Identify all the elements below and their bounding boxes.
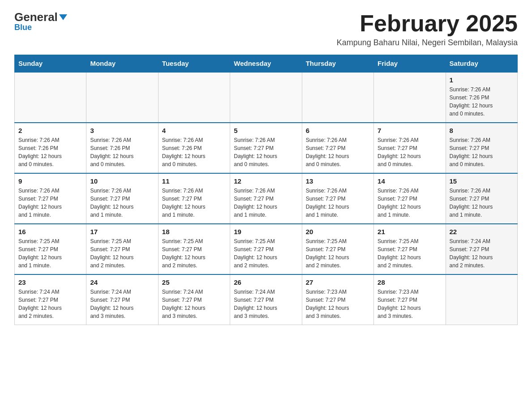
logo-blue: Blue: [14, 23, 32, 32]
day-info: Sunrise: 7:26 AMSunset: 7:27 PMDaylight:…: [90, 187, 154, 219]
day-number: 17: [90, 228, 154, 235]
day-number: 27: [306, 278, 370, 286]
weekday-header-wednesday: Wednesday: [230, 55, 302, 73]
day-number: 15: [450, 177, 514, 185]
calendar-cell: 20Sunrise: 7:25 AMSunset: 7:27 PMDayligh…: [302, 224, 373, 274]
day-info: Sunrise: 7:25 AMSunset: 7:27 PMDaylight:…: [306, 237, 370, 270]
calendar-week-row: 2Sunrise: 7:26 AMSunset: 7:26 PMDaylight…: [15, 123, 518, 173]
day-info: Sunrise: 7:25 AMSunset: 7:27 PMDaylight:…: [162, 237, 226, 270]
logo: General Blue: [14, 11, 67, 32]
calendar-cell: [230, 72, 302, 123]
calendar-cell: 27Sunrise: 7:23 AMSunset: 7:27 PMDayligh…: [302, 274, 373, 325]
day-number: 16: [18, 228, 82, 235]
day-number: 19: [234, 228, 298, 235]
day-number: 12: [234, 177, 298, 185]
calendar-cell: 9Sunrise: 7:26 AMSunset: 7:27 PMDaylight…: [15, 173, 86, 224]
calendar-cell: 6Sunrise: 7:26 AMSunset: 7:27 PMDaylight…: [302, 123, 373, 173]
day-info: Sunrise: 7:26 AMSunset: 7:27 PMDaylight:…: [378, 136, 442, 168]
calendar-cell: 12Sunrise: 7:26 AMSunset: 7:27 PMDayligh…: [230, 173, 302, 224]
day-info: Sunrise: 7:26 AMSunset: 7:27 PMDaylight:…: [306, 187, 370, 219]
calendar-table: SundayMondayTuesdayWednesdayThursdayFrid…: [14, 55, 518, 325]
weekday-header-tuesday: Tuesday: [158, 55, 230, 73]
day-number: 13: [306, 177, 370, 185]
location-subtitle: Kampung Baharu Nilai, Negeri Sembilan, M…: [337, 38, 518, 47]
calendar-cell: 22Sunrise: 7:24 AMSunset: 7:27 PMDayligh…: [446, 224, 517, 274]
day-number: 5: [234, 127, 298, 134]
calendar-cell: 24Sunrise: 7:24 AMSunset: 7:27 PMDayligh…: [86, 274, 158, 325]
day-number: 3: [90, 127, 154, 134]
calendar-cell: 23Sunrise: 7:24 AMSunset: 7:27 PMDayligh…: [15, 274, 86, 325]
weekday-header-friday: Friday: [374, 55, 446, 73]
weekday-header-saturday: Saturday: [446, 55, 517, 73]
day-info: Sunrise: 7:24 AMSunset: 7:27 PMDaylight:…: [18, 288, 82, 320]
day-info: Sunrise: 7:26 AMSunset: 7:27 PMDaylight:…: [450, 136, 514, 168]
day-number: 6: [306, 127, 370, 134]
day-number: 1: [450, 76, 514, 84]
logo-general: General: [14, 11, 67, 24]
day-number: 10: [90, 177, 154, 185]
day-number: 20: [306, 228, 370, 235]
calendar-cell: 18Sunrise: 7:25 AMSunset: 7:27 PMDayligh…: [158, 224, 230, 274]
day-info: Sunrise: 7:26 AMSunset: 7:26 PMDaylight:…: [18, 136, 82, 168]
calendar-cell: [302, 72, 373, 123]
calendar-cell: [86, 72, 158, 123]
calendar-cell: 11Sunrise: 7:26 AMSunset: 7:27 PMDayligh…: [158, 173, 230, 224]
calendar-cell: 25Sunrise: 7:24 AMSunset: 7:27 PMDayligh…: [158, 274, 230, 325]
calendar-cell: 15Sunrise: 7:26 AMSunset: 7:27 PMDayligh…: [446, 173, 517, 224]
day-info: Sunrise: 7:26 AMSunset: 7:27 PMDaylight:…: [450, 187, 514, 219]
day-info: Sunrise: 7:26 AMSunset: 7:27 PMDaylight:…: [162, 187, 226, 219]
day-number: 28: [378, 278, 442, 286]
calendar-cell: 21Sunrise: 7:25 AMSunset: 7:27 PMDayligh…: [374, 224, 446, 274]
weekday-header-sunday: Sunday: [15, 55, 86, 73]
day-info: Sunrise: 7:24 AMSunset: 7:27 PMDaylight:…: [234, 288, 298, 320]
calendar-week-row: 9Sunrise: 7:26 AMSunset: 7:27 PMDaylight…: [15, 173, 518, 224]
day-number: 21: [378, 228, 442, 235]
day-number: 22: [450, 228, 514, 235]
page-header: General Blue February 2025 Kampung Bahar…: [14, 11, 518, 47]
calendar-header-row: SundayMondayTuesdayWednesdayThursdayFrid…: [15, 55, 518, 73]
calendar-cell: [15, 72, 86, 123]
day-info: Sunrise: 7:26 AMSunset: 7:27 PMDaylight:…: [18, 187, 82, 219]
day-number: 24: [90, 278, 154, 286]
day-info: Sunrise: 7:24 AMSunset: 7:27 PMDaylight:…: [162, 288, 226, 320]
calendar-week-row: 23Sunrise: 7:24 AMSunset: 7:27 PMDayligh…: [15, 274, 518, 325]
day-info: Sunrise: 7:23 AMSunset: 7:27 PMDaylight:…: [306, 288, 370, 320]
day-info: Sunrise: 7:26 AMSunset: 7:27 PMDaylight:…: [378, 187, 442, 219]
day-info: Sunrise: 7:26 AMSunset: 7:26 PMDaylight:…: [90, 136, 154, 168]
day-number: 18: [162, 228, 226, 235]
calendar-cell: 2Sunrise: 7:26 AMSunset: 7:26 PMDaylight…: [15, 123, 86, 173]
calendar-cell: 3Sunrise: 7:26 AMSunset: 7:26 PMDaylight…: [86, 123, 158, 173]
day-number: 9: [18, 177, 82, 185]
day-info: Sunrise: 7:26 AMSunset: 7:27 PMDaylight:…: [234, 187, 298, 219]
title-block: February 2025 Kampung Baharu Nilai, Nege…: [337, 11, 518, 47]
day-info: Sunrise: 7:26 AMSunset: 7:26 PMDaylight:…: [450, 86, 514, 118]
calendar-week-row: 16Sunrise: 7:25 AMSunset: 7:27 PMDayligh…: [15, 224, 518, 274]
day-info: Sunrise: 7:23 AMSunset: 7:27 PMDaylight:…: [378, 288, 442, 320]
month-title: February 2025: [337, 11, 518, 36]
calendar-week-row: 1Sunrise: 7:26 AMSunset: 7:26 PMDaylight…: [15, 72, 518, 123]
calendar-cell: 13Sunrise: 7:26 AMSunset: 7:27 PMDayligh…: [302, 173, 373, 224]
day-number: 2: [18, 127, 82, 134]
day-info: Sunrise: 7:26 AMSunset: 7:27 PMDaylight:…: [306, 136, 370, 168]
calendar-cell: 10Sunrise: 7:26 AMSunset: 7:27 PMDayligh…: [86, 173, 158, 224]
calendar-cell: 17Sunrise: 7:25 AMSunset: 7:27 PMDayligh…: [86, 224, 158, 274]
day-number: 23: [18, 278, 82, 286]
calendar-cell: 4Sunrise: 7:26 AMSunset: 7:26 PMDaylight…: [158, 123, 230, 173]
day-number: 14: [378, 177, 442, 185]
day-number: 7: [378, 127, 442, 134]
calendar-cell: 1Sunrise: 7:26 AMSunset: 7:26 PMDaylight…: [446, 72, 517, 123]
calendar-cell: 26Sunrise: 7:24 AMSunset: 7:27 PMDayligh…: [230, 274, 302, 325]
day-number: 8: [450, 127, 514, 134]
calendar-cell: 14Sunrise: 7:26 AMSunset: 7:27 PMDayligh…: [374, 173, 446, 224]
weekday-header-thursday: Thursday: [302, 55, 373, 73]
day-info: Sunrise: 7:26 AMSunset: 7:27 PMDaylight:…: [234, 136, 298, 168]
day-info: Sunrise: 7:24 AMSunset: 7:27 PMDaylight:…: [450, 237, 514, 270]
calendar-cell: [374, 72, 446, 123]
calendar-cell: 19Sunrise: 7:25 AMSunset: 7:27 PMDayligh…: [230, 224, 302, 274]
day-number: 26: [234, 278, 298, 286]
calendar-cell: 28Sunrise: 7:23 AMSunset: 7:27 PMDayligh…: [374, 274, 446, 325]
day-info: Sunrise: 7:25 AMSunset: 7:27 PMDaylight:…: [18, 237, 82, 270]
calendar-cell: 7Sunrise: 7:26 AMSunset: 7:27 PMDaylight…: [374, 123, 446, 173]
calendar-cell: [446, 274, 517, 325]
calendar-cell: 8Sunrise: 7:26 AMSunset: 7:27 PMDaylight…: [446, 123, 517, 173]
